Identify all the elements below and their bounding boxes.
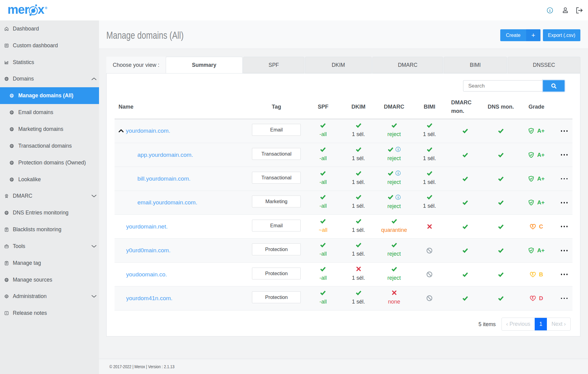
svg-text:i: i <box>398 171 399 175</box>
svg-text:i: i <box>398 148 399 151</box>
svg-text:i: i <box>398 195 399 199</box>
svg-text:i: i <box>549 8 551 13</box>
